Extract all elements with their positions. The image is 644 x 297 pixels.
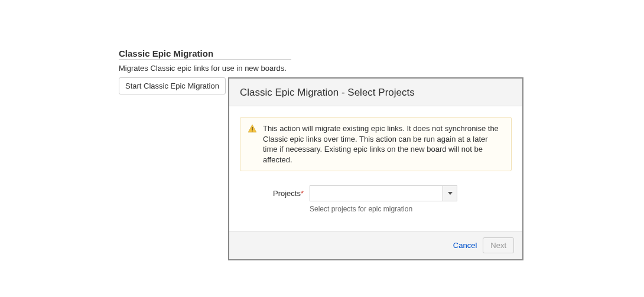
cancel-button[interactable]: Cancel [453, 241, 477, 250]
dialog-footer: Cancel Next [229, 231, 522, 259]
chevron-down-icon [448, 192, 453, 195]
page-title: Classic Epic Migration [119, 48, 213, 58]
dialog-header: Classic Epic Migration - Select Projects [229, 79, 522, 106]
select-projects-dialog: Classic Epic Migration - Select Projects… [228, 77, 523, 260]
warning-text: This action will migrate existing epic l… [263, 123, 504, 165]
projects-field-row: Projects* Select projects for epic migra… [240, 185, 512, 213]
projects-select[interactable] [310, 185, 457, 201]
page-description: Migrates Classic epic links for use in n… [119, 64, 287, 73]
projects-label-text: Projects [273, 189, 301, 198]
projects-hint: Select projects for epic migration [310, 205, 512, 213]
required-indicator: * [301, 189, 304, 198]
next-button[interactable]: Next [483, 237, 514, 253]
projects-input[interactable] [310, 186, 443, 201]
dialog-body: This action will migrate existing epic l… [229, 106, 522, 231]
warning-message: This action will migrate existing epic l… [240, 117, 512, 171]
start-classic-epic-migration-button[interactable]: Start Classic Epic Migration [119, 77, 226, 94]
projects-label: Projects* [268, 185, 310, 198]
title-divider [119, 59, 291, 60]
dialog-title: Classic Epic Migration - Select Projects [240, 87, 512, 99]
projects-dropdown-trigger[interactable] [443, 186, 457, 201]
svg-rect-2 [252, 130, 252, 132]
svg-rect-1 [252, 127, 252, 130]
warning-icon [248, 124, 257, 135]
